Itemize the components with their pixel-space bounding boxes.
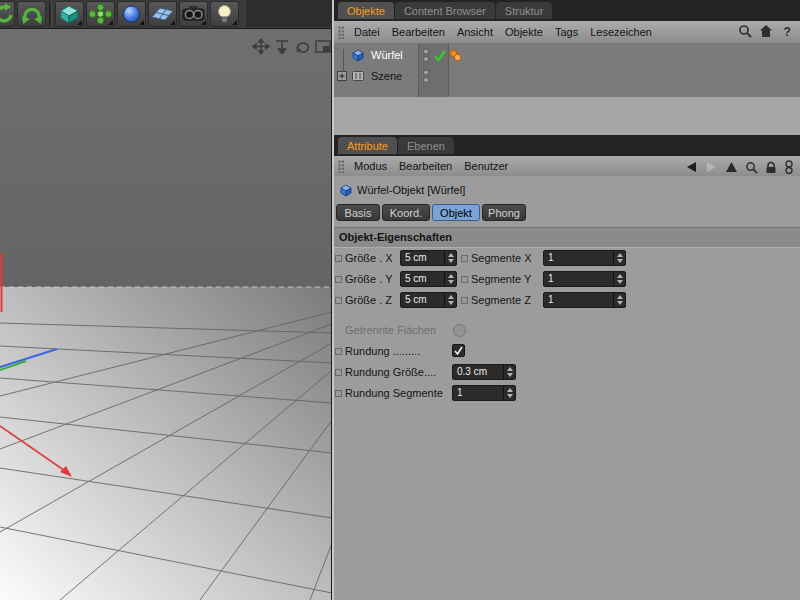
keyframe-dot[interactable] xyxy=(461,297,468,304)
keyframe-dot[interactable] xyxy=(461,276,468,283)
menu-benutzer[interactable]: Benutzer xyxy=(464,160,508,172)
light-tool-icon[interactable] xyxy=(210,1,239,27)
tab-attribute[interactable]: Attribute xyxy=(338,137,397,154)
tag-icon[interactable] xyxy=(449,49,462,62)
spinner[interactable] xyxy=(613,251,625,265)
section-header[interactable]: Objekt-Eigenschaften xyxy=(334,227,800,248)
rotate-arrows-icon[interactable] xyxy=(17,1,46,27)
menu-modus[interactable]: Modus xyxy=(354,160,387,172)
keyframe-dot[interactable] xyxy=(461,255,468,262)
property-row: Größe . Z 5 cm Segmente Z 1 xyxy=(334,292,800,309)
mode-tab-basis[interactable]: Basis xyxy=(336,204,380,221)
tab-ebenen[interactable]: Ebenen xyxy=(398,137,454,154)
keyframe-dot[interactable] xyxy=(335,276,342,283)
keyframe-dot[interactable] xyxy=(335,390,342,397)
property-label: Segmente Z xyxy=(471,294,531,306)
array-tool-icon[interactable] xyxy=(86,1,115,27)
segmente-x-field[interactable]: 1 xyxy=(543,250,626,266)
groesse-z-field[interactable]: 5 cm xyxy=(400,292,457,308)
spinner[interactable] xyxy=(444,293,456,307)
next-icon[interactable] xyxy=(705,161,718,173)
property-label: Rundung ......... xyxy=(345,345,420,357)
visibility-dots[interactable] xyxy=(422,48,430,63)
svg-text:?: ? xyxy=(784,25,791,39)
groesse-x-field[interactable]: 5 cm xyxy=(400,250,457,266)
spinner[interactable] xyxy=(503,365,515,379)
spinner[interactable] xyxy=(444,251,456,265)
expand-plus-icon[interactable] xyxy=(337,71,347,81)
toggle-view-icon[interactable] xyxy=(314,39,332,54)
lock-icon[interactable] xyxy=(765,161,777,174)
segmente-y-field[interactable]: 1 xyxy=(543,271,626,287)
panel-grip[interactable] xyxy=(338,26,345,39)
menu-ansicht[interactable]: Ansicht xyxy=(457,26,493,38)
object-name[interactable]: Szene xyxy=(371,70,402,82)
menu-bearbeiten[interactable]: Bearbeiten xyxy=(392,26,445,38)
spinner[interactable] xyxy=(444,272,456,286)
link-icon[interactable] xyxy=(784,160,794,174)
menu-bearbeiten[interactable]: Bearbeiten xyxy=(399,160,452,172)
keyframe-dot[interactable] xyxy=(335,297,342,304)
attributes-tab-bar: Attribute Ebenen xyxy=(334,135,800,156)
rotate-view-icon[interactable] xyxy=(294,39,312,54)
rundung-checkbox[interactable] xyxy=(452,344,465,357)
help-icon[interactable]: ? xyxy=(780,24,794,38)
property-row: Rundung ......... xyxy=(334,343,800,360)
spinner[interactable] xyxy=(613,272,625,286)
spinner[interactable] xyxy=(613,293,625,307)
menu-lesezeichen[interactable]: Lesezeichen xyxy=(590,26,652,38)
attributes-title: Würfel-Objekt [Würfel] xyxy=(357,184,465,196)
cinema4d-window: Objekte Content Browser Struktur Datei B… xyxy=(0,0,800,600)
objects-tab-bar: Objekte Content Browser Struktur xyxy=(334,0,800,21)
camera-tool-icon[interactable] xyxy=(179,1,208,27)
getrennte-checkbox-disabled xyxy=(453,324,466,337)
cube-object-icon xyxy=(351,48,365,62)
pan-view-icon[interactable] xyxy=(252,39,270,54)
property-label: Segmente X xyxy=(471,252,532,264)
pin-icon[interactable] xyxy=(725,161,738,173)
property-label: Größe . X xyxy=(345,252,393,264)
plane-tool-icon[interactable] xyxy=(148,1,177,27)
dolly-view-icon[interactable] xyxy=(273,39,291,54)
mode-tab-koord[interactable]: Koord. xyxy=(382,204,430,221)
object-name[interactable]: Würfel xyxy=(371,49,403,61)
keyframe-dot[interactable] xyxy=(335,255,342,262)
groesse-y-field[interactable]: 5 cm xyxy=(400,271,457,287)
viewport-sky xyxy=(0,28,332,287)
object-row-wuerfel[interactable]: Würfel xyxy=(334,47,800,64)
history-partial-icon[interactable] xyxy=(0,1,15,27)
menu-datei[interactable]: Datei xyxy=(354,26,380,38)
object-row-szene[interactable]: Szene xyxy=(334,68,800,85)
search-icon[interactable] xyxy=(745,161,758,174)
toolbar-end-fill xyxy=(246,0,332,27)
mode-tab-phong[interactable]: Phong xyxy=(482,204,526,221)
spinner[interactable] xyxy=(503,386,515,400)
enabled-check-icon[interactable] xyxy=(433,49,447,62)
panel-grip[interactable] xyxy=(338,160,345,173)
home-icon[interactable] xyxy=(759,24,773,38)
visibility-dots[interactable] xyxy=(422,69,430,84)
property-row: Getrennte Flächen xyxy=(334,322,800,339)
rundung-segmente-field[interactable]: 1 xyxy=(452,385,516,401)
menu-tags[interactable]: Tags xyxy=(555,26,578,38)
viewport-3d[interactable] xyxy=(0,28,332,600)
scene-icon xyxy=(351,69,365,83)
search-icon[interactable] xyxy=(738,24,752,38)
menu-objekte[interactable]: Objekte xyxy=(505,26,543,38)
tab-objekte[interactable]: Objekte xyxy=(338,2,394,19)
property-label: Segmente Y xyxy=(471,273,531,285)
property-label: Rundung Segmente xyxy=(345,387,443,399)
rundung-groesse-field[interactable]: 0.3 cm xyxy=(452,364,516,380)
keyframe-dot[interactable] xyxy=(335,369,342,376)
mode-tab-objekt[interactable]: Objekt xyxy=(432,204,480,221)
prev-icon[interactable] xyxy=(685,161,698,173)
object-list: Würfel xyxy=(334,43,800,97)
tab-content-browser[interactable]: Content Browser xyxy=(395,2,495,19)
tab-struktur[interactable]: Struktur xyxy=(496,2,553,19)
cube-tool-icon[interactable] xyxy=(55,1,84,27)
segmente-z-field[interactable]: 1 xyxy=(543,292,626,308)
attributes-menubar: Modus Bearbeiten Benutzer xyxy=(334,156,800,177)
keyframe-dot[interactable] xyxy=(335,348,342,355)
sphere-tool-icon[interactable] xyxy=(117,1,146,27)
objects-menubar: Datei Bearbeiten Ansicht Objekte Tags Le… xyxy=(334,21,800,44)
